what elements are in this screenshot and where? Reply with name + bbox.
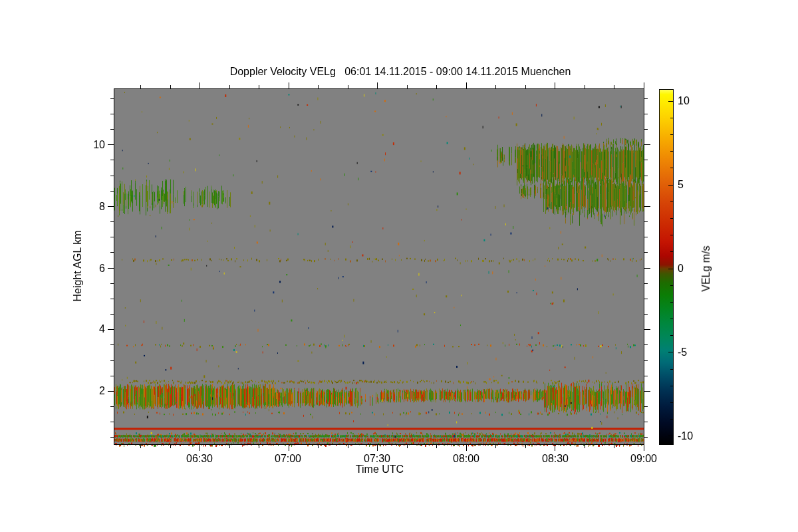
x-tick-label-0900: 09:00 bbox=[630, 453, 657, 465]
chart-title: Doppler Velocity VELg 06:01 14.11.2015 -… bbox=[230, 66, 571, 78]
colorbar-tick-label-0: 0 bbox=[678, 263, 684, 275]
colorbar-tick-label-neg5: -5 bbox=[678, 346, 687, 358]
y-tick-label-2: 2 bbox=[73, 385, 105, 397]
x-tick-label-0630: 06:30 bbox=[186, 453, 213, 465]
x-tick-label-0800: 08:00 bbox=[453, 453, 479, 465]
x-axis-title: Time UTC bbox=[356, 464, 404, 475]
x-tick-label-0830: 08:30 bbox=[542, 453, 569, 465]
doppler-velocity-figure: Doppler Velocity VELg 06:01 14.11.2015 -… bbox=[0, 0, 798, 532]
colorbar-tick-label-5: 5 bbox=[678, 179, 684, 191]
colorbar-tick-label-10: 10 bbox=[678, 95, 690, 107]
colorbar-tick-label-neg10: -10 bbox=[678, 430, 693, 442]
y-tick-label-8: 8 bbox=[73, 201, 105, 213]
y-axis-title: Height AGL km bbox=[72, 230, 84, 301]
colorbar-title: VELg m/s bbox=[700, 245, 712, 291]
x-tick-label-0700: 07:00 bbox=[275, 453, 301, 465]
y-tick-label-10: 10 bbox=[73, 139, 105, 151]
y-tick-label-4: 4 bbox=[73, 323, 105, 335]
